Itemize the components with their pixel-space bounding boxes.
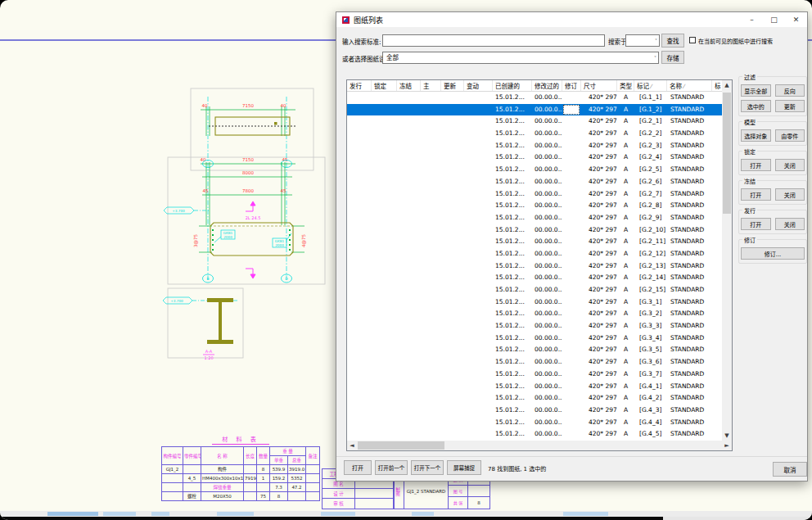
column-header-9[interactable]: 尺寸 xyxy=(581,80,617,91)
table-row[interactable]: 15.01.2...00.00.0...420* 297A[G.2_11]STA… xyxy=(347,236,723,248)
table-cell xyxy=(347,332,372,345)
table-row[interactable]: 15.01.2...00.00.0...420* 297A[G.1_1]STAN… xyxy=(347,92,723,104)
side-button[interactable]: 显示全部 xyxy=(741,84,771,97)
scroll-right-icon[interactable]: ► xyxy=(722,441,732,450)
scroll-up-icon[interactable]: ▲ xyxy=(722,80,732,90)
side-button[interactable]: 打开 xyxy=(741,218,771,230)
material-cell: 75 xyxy=(257,492,270,501)
open-next-button[interactable]: 打开下一个 xyxy=(411,460,444,475)
table-row[interactable]: 15.01.2...00.00.0...420* 297A[G.3_7]STAN… xyxy=(347,369,723,381)
table-row[interactable]: 15.01.2...00.00.0...420* 297A[G.3_2]STAN… xyxy=(347,308,723,320)
table-cell xyxy=(347,284,372,296)
search-in-dropdown[interactable]: ˅ xyxy=(625,34,660,47)
table-row[interactable]: 15.01.2...00.00.0...420* 297A[G.2_14]STA… xyxy=(347,272,723,284)
table-cell: [G.1_2] xyxy=(634,104,667,116)
table-cell: 00.00.0... xyxy=(532,151,562,164)
dialog-titlebar[interactable]: 图纸列表 – □ ✕ xyxy=(336,12,807,27)
vertical-scroll-thumb[interactable] xyxy=(723,93,731,214)
side-button[interactable]: 选中的 xyxy=(741,100,771,112)
table-cell: 15.01.2... xyxy=(493,417,532,429)
table-row[interactable]: 15.01.2...00.00.0...420* 297A[G.3_5]STAN… xyxy=(347,344,723,356)
table-row[interactable]: 15.01.2...00.00.0...420* 297A[G.4_2]STAN… xyxy=(347,392,723,405)
side-button[interactable]: 修订... xyxy=(741,247,805,260)
scroll-down-icon[interactable]: ▼ xyxy=(722,431,732,441)
revision-editbox[interactable] xyxy=(563,105,580,115)
side-button[interactable]: 关闭 xyxy=(775,159,805,171)
column-header-3[interactable]: 主 xyxy=(421,80,441,91)
search-visible-checkbox[interactable] xyxy=(689,37,696,43)
column-header-1[interactable]: 锁定 xyxy=(372,80,397,91)
horizontal-scroll-thumb[interactable] xyxy=(358,441,444,450)
column-header-2[interactable]: 冻结 xyxy=(397,80,421,91)
side-button[interactable]: 反向 xyxy=(775,84,805,97)
table-row[interactable]: 15.01.2...00.00.0...420* 297A[G.3_6]STAN… xyxy=(347,356,723,369)
material-subheader: 单重 xyxy=(270,456,288,465)
table-cell xyxy=(347,369,372,381)
table-row[interactable]: 15.01.2...00.00.0...420* 297A[G.2_15]STA… xyxy=(347,284,723,296)
table-cell xyxy=(372,176,397,188)
table-row[interactable]: 15.01.2...00.00.0...420* 297A[G.2_13]STA… xyxy=(347,260,723,273)
side-button[interactable]: 关闭 xyxy=(775,188,805,201)
column-header-6[interactable]: 已创建的 xyxy=(493,80,532,91)
table-row[interactable]: 15.01.2...00.00.0...420* 297A[G.2_2]STAN… xyxy=(347,128,723,140)
column-header-4[interactable]: 更新 xyxy=(441,80,464,91)
search-input[interactable] xyxy=(382,34,605,47)
side-button[interactable]: 关闭 xyxy=(775,218,805,230)
table-row[interactable]: 15.01.2...00.00.0...420* 297A[G.3_3]STAN… xyxy=(347,320,723,332)
side-button[interactable]: 打开 xyxy=(741,159,771,171)
open-button[interactable]: 打开 xyxy=(344,460,372,475)
drawing-list-dialog: 图纸列表 – □ ✕ 输入搜索标准: 搜索于 ˅ 查找 在当前可见的图纸中进行搜… xyxy=(336,11,808,482)
table-cell: STANDARD xyxy=(667,128,712,140)
column-header-5[interactable]: 变动 xyxy=(464,80,493,91)
table-row[interactable]: 15.01.2...00.00.0...420* 297A[G.4_4]STAN… xyxy=(347,417,723,429)
table-row[interactable]: 15.01.2...00.00.0...420* 297A[G.2_12]STA… xyxy=(347,248,723,260)
table-row[interactable]: 15.01.2...00.00.0...420* 297A[G.2_7]STAN… xyxy=(347,188,723,201)
find-button[interactable]: 查找 xyxy=(661,34,684,47)
table-row[interactable]: 15.01.2...00.00.0...420* 297A[G.2_8]STAN… xyxy=(347,200,723,212)
minimize-icon[interactable]: – xyxy=(741,12,763,27)
side-button[interactable]: 选择对象 xyxy=(741,129,771,142)
maximize-icon[interactable]: □ xyxy=(763,12,785,27)
column-header-12[interactable]: 名称⁄ xyxy=(667,80,712,91)
table-cell xyxy=(397,381,421,393)
table-cell xyxy=(372,308,397,320)
table-row[interactable]: 15.01.2...00.00.0...420* 297A[G.1_2]STAN… xyxy=(347,104,723,116)
table-cell xyxy=(397,369,421,381)
table-cell: 00.00.0... xyxy=(532,272,562,284)
table-row[interactable]: 15.01.2...00.00.0...420* 297A[G.2_4]STAN… xyxy=(347,151,723,164)
close-icon[interactable]: ✕ xyxy=(785,12,807,27)
open-previous-button[interactable]: 打开前一个 xyxy=(375,460,408,475)
table-row[interactable]: 15.01.2...00.00.0...420* 297A[G.3_1]STAN… xyxy=(347,296,723,309)
title-block-value xyxy=(468,486,489,496)
table-cell xyxy=(397,272,421,284)
table-row[interactable]: 15.01.2...00.00.0...420* 297A[G.2_3]STAN… xyxy=(347,140,723,152)
table-cell: A xyxy=(617,164,634,176)
cancel-button[interactable]: 取消 xyxy=(773,462,807,477)
column-header-7[interactable]: 修改过的 xyxy=(532,80,562,91)
save-button[interactable]: 存储 xyxy=(661,51,684,64)
table-cell: 00.00.0... xyxy=(532,320,562,332)
side-button[interactable]: 打开 xyxy=(741,188,771,201)
column-header-0[interactable]: 发行 xyxy=(347,80,372,91)
title-block-value: 8 xyxy=(468,497,489,509)
cad-drawing-area[interactable]: 40 7150 40 40 7150 45 8000 45 7800 45 3@… xyxy=(151,74,327,450)
side-button[interactable]: 由零件 xyxy=(775,129,805,142)
table-row[interactable]: 15.01.2...00.00.0...420* 297A[G.2_5]STAN… xyxy=(347,164,723,176)
snapshot-button[interactable]: 屏幕捕捉 xyxy=(447,460,481,475)
column-header-8[interactable]: 修订 xyxy=(562,80,581,91)
table-row[interactable]: 15.01.2...00.00.0...420* 297A[G.2_10]STA… xyxy=(347,224,723,237)
table-row[interactable]: 15.01.2...00.00.0...420* 297A[G.3_4]STAN… xyxy=(347,332,723,345)
table-row[interactable]: 15.01.2...00.00.0...420* 297A[G.2_1]STAN… xyxy=(347,115,723,128)
side-button[interactable]: 更新 xyxy=(775,100,805,112)
table-row[interactable]: 15.01.2...00.00.0...420* 297A[G.4_5]STAN… xyxy=(347,428,723,441)
settings-dropdown[interactable]: 全部˅ xyxy=(382,52,659,64)
vertical-scrollbar[interactable]: ▲ ▼ xyxy=(722,80,732,441)
table-row[interactable]: 15.01.2...00.00.0...420* 297A[G.2_6]STAN… xyxy=(347,176,723,188)
scroll-left-icon[interactable]: ◄ xyxy=(347,441,357,450)
column-header-10[interactable]: 类型 xyxy=(617,80,634,91)
table-row[interactable]: 15.01.2...00.00.0...420* 297A[G.4_3]STAN… xyxy=(347,405,723,417)
table-row[interactable]: 15.01.2...00.00.0...420* 297A[G.2_9]STAN… xyxy=(347,212,723,224)
column-header-11[interactable]: 标记⁄ xyxy=(634,80,667,91)
table-row[interactable]: 15.01.2...00.00.0...420* 297A[G.4_1]STAN… xyxy=(347,381,723,393)
horizontal-scrollbar[interactable]: ◄ ► xyxy=(347,441,732,450)
